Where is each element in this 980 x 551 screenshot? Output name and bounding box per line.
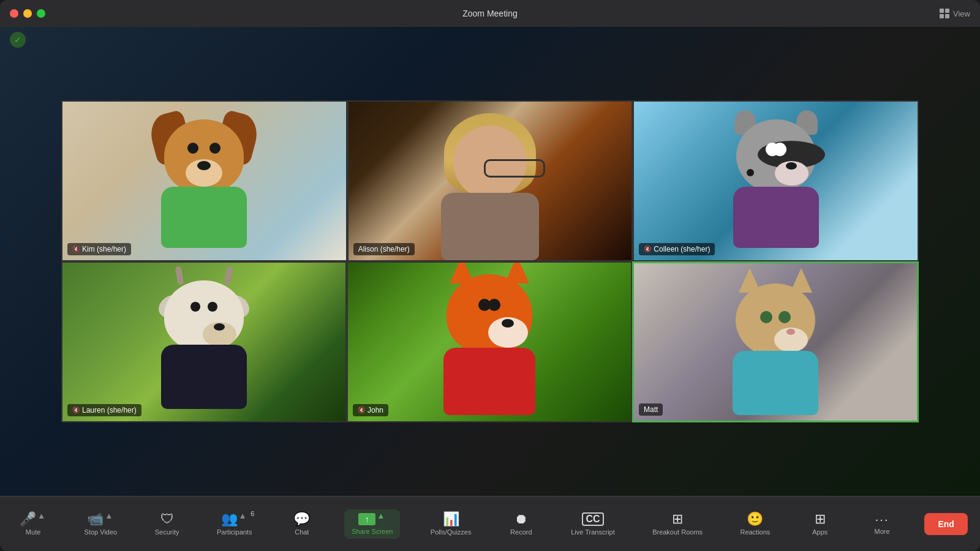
participants-chevron-icon[interactable]: ▲ (238, 511, 248, 520)
more-label: More (875, 528, 890, 535)
mute-group: 🎤 ▲ (20, 512, 47, 526)
avatar-matt (634, 263, 917, 421)
video-tile-lauren[interactable]: 🔇 Lauren (she/her) (61, 261, 347, 422)
mute-chevron-icon[interactable]: ▲ (36, 511, 47, 520)
video-tile-matt[interactable]: Matt (632, 261, 919, 422)
apps-button[interactable]: ⊞ Apps (801, 509, 840, 539)
video-tile-alison[interactable]: Alison (she/her) (347, 100, 633, 261)
mic-off-icon-lauren: 🔇 (72, 407, 80, 413)
participant-name-colleen: Colleen (she/her) (654, 245, 710, 253)
stop-video-button[interactable]: 📹 ▲ Stop Video (77, 509, 125, 539)
video-chevron-icon[interactable]: ▲ (104, 511, 114, 520)
video-tile-john[interactable]: 🔇 John (347, 261, 632, 422)
mic-off-icon-john: 🔇 (358, 407, 365, 413)
avatar-colleen (634, 102, 918, 260)
person-glasses (484, 159, 545, 178)
breakout-rooms-button[interactable]: ⊞ Breakout Rooms (645, 509, 710, 539)
cat-eye-left (760, 311, 772, 323)
raccoon-body (733, 187, 819, 248)
security-badge[interactable]: ✓ (10, 32, 26, 48)
goat-head (164, 280, 244, 351)
breakout-rooms-label: Breakout Rooms (652, 528, 703, 536)
fox-head (447, 274, 532, 354)
avatar-alison (349, 102, 632, 260)
security-button[interactable]: 🛡 Security (148, 509, 187, 539)
titlebar: Zoom Meeting View (0, 0, 980, 27)
more-icon: ··· (875, 513, 889, 525)
dog-body (161, 187, 247, 248)
close-button[interactable] (10, 9, 18, 18)
participants-group: 👥 6 ▲ (221, 512, 248, 526)
video-icon: 📹 (87, 512, 104, 526)
record-icon: ⏺ (514, 512, 528, 526)
view-label: View (953, 9, 970, 18)
participant-name-matt: Matt (644, 405, 658, 414)
raccoon-head (736, 119, 816, 193)
chat-icon: 💬 (293, 512, 310, 526)
cat-eye-right (778, 311, 791, 323)
video-group: 📹 ▲ (87, 512, 114, 526)
live-transcript-button[interactable]: CC Live Transcript (564, 509, 622, 539)
dog-eye-right (209, 143, 221, 154)
participant-label-lauren: 🔇 Lauren (she/her) (67, 404, 141, 416)
minimize-button[interactable] (23, 9, 32, 18)
live-transcript-label: Live Transcript (571, 528, 615, 536)
participant-name-lauren: Lauren (she/her) (82, 406, 137, 414)
end-button[interactable]: End (924, 513, 967, 535)
transcript-icon: CC (582, 512, 603, 526)
security-label: Security (155, 528, 179, 536)
grid-icon (940, 9, 949, 18)
avatar-john (348, 263, 631, 421)
person-body (441, 193, 539, 260)
security-shield-icon: 🛡 (160, 512, 174, 526)
window-controls (10, 9, 45, 18)
participant-label-matt: Matt (639, 403, 663, 416)
video-grid: 🔇 Kim (she/her) (0, 27, 980, 496)
share-screen-button[interactable]: ↑ ▲ Share Screen (344, 509, 400, 539)
participants-button[interactable]: 👥 6 ▲ Participants (209, 509, 259, 539)
reactions-button[interactable]: 🙂 Reactions (733, 509, 777, 539)
cat-avatar (720, 277, 831, 406)
maximize-button[interactable] (37, 9, 45, 18)
apps-icon: ⊞ (815, 512, 826, 526)
share-chevron-icon[interactable]: ▲ (375, 511, 386, 520)
raccoon-pupil-right (747, 169, 754, 176)
video-row-1: 🔇 Kim (she/her) (61, 100, 919, 261)
mute-button[interactable]: 🎤 ▲ Mute (12, 509, 54, 539)
record-label: Record (510, 528, 532, 536)
chat-label: Chat (295, 528, 309, 536)
participant-label-kim: 🔇 Kim (she/her) (67, 243, 131, 255)
toolbar: 🎤 ▲ Mute 📹 ▲ Stop Video 🛡 Security (0, 496, 980, 551)
mic-icon: 🎤 (20, 512, 36, 526)
stop-video-label: Stop Video (85, 528, 118, 536)
polls-icon: 📊 (443, 512, 459, 526)
participant-name-john: John (368, 406, 383, 414)
cat-head (736, 283, 815, 357)
security-check-icon: ✓ (14, 35, 21, 45)
polls-label: Polls/Quizzes (431, 528, 472, 536)
video-tile-colleen[interactable]: 🔇 Colleen (she/her) (633, 100, 919, 261)
avatar-lauren (62, 263, 345, 421)
polls-button[interactable]: 📊 Polls/Quizzes (423, 509, 479, 539)
share-screen-label: Share Screen (352, 528, 393, 535)
fox-avatar (428, 274, 551, 409)
goat-eye-left (190, 302, 200, 312)
window-title: Zoom Meeting (462, 9, 517, 18)
chat-button[interactable]: 💬 Chat (282, 509, 322, 539)
cat-body (733, 351, 818, 415)
apps-label: Apps (812, 528, 827, 536)
dog-eye-left (187, 143, 198, 154)
reactions-icon: 🙂 (747, 512, 763, 526)
goat-horn-left (175, 266, 184, 285)
share-screen-icon: ↑ (358, 513, 375, 525)
view-button[interactable]: View (940, 9, 970, 18)
goat-horn-right (224, 266, 233, 285)
video-tile-kim[interactable]: 🔇 Kim (she/her) (61, 100, 347, 261)
participants-label: Participants (217, 528, 252, 536)
more-button[interactable]: ··· More (862, 509, 902, 539)
video-row-2: 🔇 Lauren (she/her) (61, 261, 919, 422)
participants-count: 6 (251, 510, 254, 517)
person-avatar (429, 113, 551, 248)
zoom-window: Zoom Meeting View ✓ (0, 0, 980, 551)
record-button[interactable]: ⏺ Record (502, 509, 541, 539)
